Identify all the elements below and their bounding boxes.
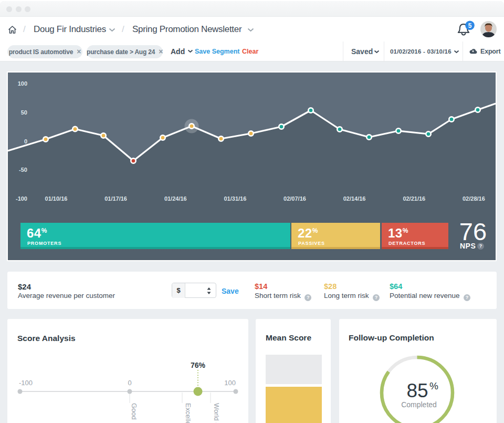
svg-text:02/07/16: 02/07/16 <box>284 195 306 202</box>
svg-text:0: 0 <box>24 138 27 145</box>
svg-text:100: 100 <box>18 80 27 87</box>
svg-text:02/14/16: 02/14/16 <box>343 195 366 202</box>
svg-text:01/31/16: 01/31/16 <box>224 195 246 202</box>
svg-text:50: 50 <box>21 109 27 116</box>
svg-text:-100: -100 <box>16 195 27 202</box>
svg-text:02/28/16: 02/28/16 <box>463 195 485 202</box>
svg-text:-50: -50 <box>19 167 27 173</box>
svg-text:-100: -100 <box>19 379 33 387</box>
svg-text:76%: 76% <box>191 361 206 369</box>
svg-text:5: 5 <box>468 22 472 29</box>
svg-text:%: % <box>429 380 438 391</box>
svg-text:02/21/16: 02/21/16 <box>403 195 425 202</box>
svg-text:01/10/16: 01/10/16 <box>45 195 68 202</box>
svg-text:Completed: Completed <box>401 400 437 409</box>
svg-text:100: 100 <box>224 379 236 387</box>
svg-text:0: 0 <box>128 379 131 387</box>
svg-text:01/24/16: 01/24/16 <box>164 195 187 202</box>
svg-text:01/17/16: 01/17/16 <box>104 195 127 202</box>
svg-text:85: 85 <box>406 380 428 401</box>
